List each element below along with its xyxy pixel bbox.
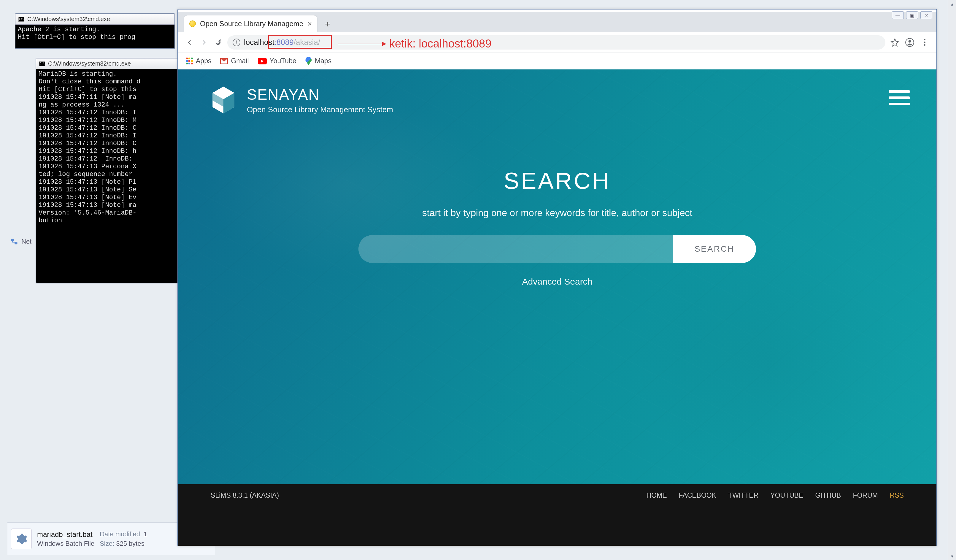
search-block: SEARCH start it by typing one or more ke…: [349, 167, 765, 287]
reload-button[interactable]: [213, 38, 223, 47]
date-modified-label: Date modified:: [100, 530, 142, 538]
cmd-icon: [39, 61, 45, 66]
cmd1-output: Apache 2 is starting. Hit [Ctrl+C] to st…: [16, 25, 175, 42]
cmd2-output: MariaDB is starting. Don't close this co…: [36, 69, 181, 226]
address-bar[interactable]: i localhost:8089/akasia/: [227, 35, 885, 50]
file-icon: [11, 529, 32, 549]
brand-title: SENAYAN: [247, 86, 393, 103]
tab-strip: Open Source Library Manageme × +: [178, 12, 936, 32]
window-close-button[interactable]: ✕: [920, 11, 932, 19]
cmd-window-apache: C:\Windows\system32\cmd.exe Apache 2 is …: [15, 13, 175, 49]
svg-rect-0: [11, 239, 14, 241]
brand-subtitle: Open Source Library Management System: [247, 105, 393, 114]
footer-links: HOME FACEBOOK TWITTER YOUTUBE GITHUB FOR…: [646, 491, 904, 499]
senayan-logo-icon: [211, 86, 236, 114]
file-name: mariadb_start.bat: [37, 530, 94, 539]
search-form: SEARCH: [349, 235, 765, 263]
bookmark-label: Apps: [196, 57, 211, 65]
bookmark-youtube[interactable]: YouTube: [258, 57, 296, 65]
cmd1-title: C:\Windows\system32\cmd.exe: [27, 16, 110, 22]
footer-link-youtube[interactable]: YOUTUBE: [770, 491, 803, 499]
cmd-icon: [18, 17, 24, 22]
search-heading: SEARCH: [349, 167, 765, 194]
footer-link-home[interactable]: HOME: [646, 491, 667, 499]
footer-link-rss[interactable]: RSS: [890, 491, 904, 499]
search-input[interactable]: [358, 235, 673, 263]
svg-point-3: [909, 40, 911, 43]
page-viewport: SENAYAN Open Source Library Management S…: [178, 69, 936, 546]
gear-icon: [15, 533, 28, 545]
bookmark-label: Maps: [315, 57, 332, 65]
sidebar-network-item[interactable]: Net: [10, 238, 31, 246]
hero-section: SENAYAN Open Source Library Management S…: [178, 69, 936, 484]
chrome-titlebar[interactable]: — ▣ ✕: [178, 9, 936, 12]
window-maximize-button[interactable]: ▣: [906, 11, 918, 19]
brand-block[interactable]: SENAYAN Open Source Library Management S…: [211, 86, 393, 114]
browser-toolbar: i localhost:8089/akasia/ ketik: localhos…: [178, 32, 936, 53]
site-info-icon[interactable]: i: [233, 39, 241, 46]
bookmark-star-button[interactable]: [890, 37, 900, 48]
search-subtitle: start it by typing one or more keywords …: [349, 208, 765, 219]
network-icon: [10, 238, 18, 246]
new-tab-button[interactable]: +: [321, 18, 334, 30]
date-modified-value: 1: [144, 530, 147, 538]
annotation-arrow: ketik: localhost:8089: [338, 38, 491, 50]
search-button[interactable]: SEARCH: [673, 235, 756, 263]
footer-link-forum[interactable]: FORUM: [853, 491, 878, 499]
browser-tab[interactable]: Open Source Library Manageme ×: [184, 16, 317, 32]
bookmarks-bar: Apps Gmail YouTube Maps: [178, 53, 936, 69]
chrome-window: — ▣ ✕ Open Source Library Manageme × + i…: [178, 9, 937, 546]
profile-button[interactable]: [904, 37, 915, 48]
os-scrollbar[interactable]: ▴ ▾: [948, 0, 956, 560]
forward-button: [199, 38, 209, 47]
scroll-down-icon[interactable]: ▾: [948, 552, 956, 560]
url-text: localhost:8089/akasia/: [244, 38, 320, 47]
bookmark-gmail[interactable]: Gmail: [220, 57, 248, 65]
youtube-icon: [258, 58, 267, 64]
tab-title: Open Source Library Manageme: [200, 20, 303, 28]
size-label: Size:: [100, 540, 114, 547]
bookmark-apps[interactable]: Apps: [186, 57, 211, 65]
chrome-menu-button[interactable]: [919, 37, 930, 48]
bookmark-label: Gmail: [231, 57, 248, 65]
apps-icon: [186, 58, 193, 65]
cmd2-title: C:\Windows\system32\cmd.exe: [48, 60, 131, 67]
page-footer: SLiMS 8.3.1 (AKASIA) HOME FACEBOOK TWITT…: [178, 484, 936, 546]
sidebar-network-label: Net: [21, 238, 31, 245]
file-metadata: mariadb_start.bat Date modified: 1 Windo…: [37, 530, 147, 547]
size-value: 325 bytes: [116, 540, 144, 547]
back-button[interactable]: [184, 38, 195, 47]
window-minimize-button[interactable]: —: [892, 11, 904, 19]
scroll-up-icon[interactable]: ▴: [948, 0, 956, 8]
version-text: SLiMS 8.3.1 (AKASIA): [211, 491, 279, 499]
advanced-search-link[interactable]: Advanced Search: [349, 277, 765, 287]
footer-link-facebook[interactable]: FACEBOOK: [679, 491, 717, 499]
arrow-icon: [338, 44, 386, 44]
tab-close-button[interactable]: ×: [307, 19, 312, 28]
svg-rect-1: [14, 242, 17, 244]
cmd2-titlebar[interactable]: C:\Windows\system32\cmd.exe: [36, 58, 181, 69]
bookmark-label: YouTube: [270, 57, 296, 65]
favicon-icon: [189, 20, 196, 27]
maps-icon: [305, 57, 312, 65]
cmd1-titlebar[interactable]: C:\Windows\system32\cmd.exe: [16, 14, 175, 25]
menu-button[interactable]: [889, 90, 910, 105]
bookmark-maps[interactable]: Maps: [305, 57, 332, 65]
cmd-window-mariadb: C:\Windows\system32\cmd.exe MariaDB is s…: [36, 58, 181, 283]
footer-link-twitter[interactable]: TWITTER: [728, 491, 758, 499]
file-type: Windows Batch File: [37, 540, 94, 547]
annotation-text: ketik: localhost:8089: [389, 38, 491, 50]
scroll-track[interactable]: [948, 8, 956, 552]
gmail-icon: [220, 58, 228, 64]
footer-link-github[interactable]: GITHUB: [815, 491, 841, 499]
